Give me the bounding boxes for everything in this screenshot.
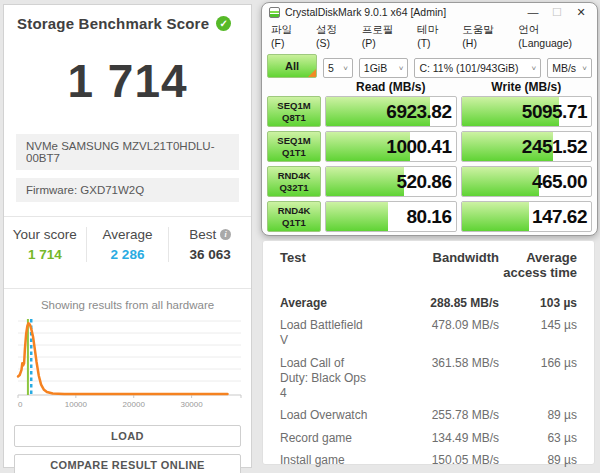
- best-label: Best i: [169, 227, 251, 242]
- test-size-select[interactable]: 1GiB ˅: [359, 58, 409, 78]
- seq1m-q8t1-button[interactable]: SEQ1MQ8T1: [267, 96, 321, 127]
- game-test-results-table: Test Bandwidth Average access time Avera…: [262, 240, 595, 465]
- rnd4k-q32t1-read-cell: 520.86: [325, 166, 457, 197]
- toolbar: All 5 ˅ 1GiB ˅ C: 11% (101/943GiB) ˅ MB/…: [262, 52, 597, 78]
- value-bar: [462, 202, 529, 231]
- menu-settings[interactable]: 설정(S): [316, 23, 349, 49]
- rnd4k-q32t1-write-cell: 465.00: [461, 166, 593, 197]
- your-score-value: 1 714: [4, 247, 86, 262]
- rnd4k-q32t1-button[interactable]: RND4KQ32T1: [267, 166, 321, 197]
- all-test-button[interactable]: All: [267, 54, 317, 78]
- chevron-down-icon: ˅: [578, 64, 587, 73]
- seq1m-q8t1-write-cell: 5095.71: [461, 96, 593, 127]
- load-button[interactable]: LOAD: [14, 425, 241, 447]
- svg-text:0: 0: [18, 400, 23, 409]
- crystaldiskmark-window: CrystalDiskMark 9.0.1 x64 [Admin] — ☐ ✕ …: [261, 2, 598, 236]
- rnd4k-q1t1-write-cell: 147.62: [461, 201, 593, 232]
- rnd4k-q1t1-button[interactable]: RND4KQ1T1: [267, 201, 321, 232]
- maximize-button[interactable]: ☐: [545, 6, 569, 19]
- read-header: Read (MB/s): [325, 80, 457, 94]
- menu-language[interactable]: 언어(Language): [518, 23, 588, 49]
- window-title: CrystalDiskMark 9.0.1 x64 [Admin]: [285, 6, 521, 18]
- crystaldiskmark-app-icon: [269, 7, 280, 18]
- value-bar: [326, 202, 388, 231]
- value-bar: [326, 167, 404, 196]
- chevron-down-icon: ˅: [395, 64, 404, 73]
- table-row: Load Overwatch 255.78 MB/s 89 µs: [280, 405, 577, 428]
- table-row: Load Call of Duty: Black Ops 4 361.58 MB…: [280, 352, 577, 405]
- svg-text:30000: 30000: [180, 400, 203, 409]
- table-row: Record game 134.49 MB/s 63 µs: [280, 427, 577, 450]
- seq1m-q1t1-read-cell: 1000.41: [325, 131, 457, 162]
- benchmark-title: Storage Benchmark Score: [17, 15, 209, 32]
- benchmark-score: 1 714: [4, 54, 251, 108]
- best-value: 36 063: [169, 247, 251, 262]
- unit-select[interactable]: MB/s ˅: [547, 58, 592, 78]
- table-row: Average 288.85 MB/s 103 µs: [280, 292, 577, 315]
- menu-profile[interactable]: 프로필(P): [362, 23, 404, 49]
- column-headers: Read (MB/s) Write (MB/s): [262, 78, 597, 95]
- your-score-stat: Your score 1 714: [4, 227, 86, 262]
- table-header-row: Test Bandwidth Average access time: [280, 250, 577, 292]
- title-bar[interactable]: CrystalDiskMark 9.0.1 x64 [Admin] — ☐ ✕: [262, 3, 597, 21]
- divider: [4, 288, 251, 289]
- target-drive-select[interactable]: C: 11% (101/943GiB) ˅: [414, 58, 541, 78]
- score-stats-row: Your score 1 714 Average 2 286 Best i 36…: [4, 217, 251, 274]
- menu-theme[interactable]: 테마(T): [417, 23, 449, 49]
- svg-text:10000: 10000: [65, 400, 88, 409]
- best-stat: Best i 36 063: [168, 227, 251, 262]
- results-histogram-chart: 0100002000030000: [7, 315, 249, 415]
- access-time-column-header: Average access time: [499, 250, 577, 292]
- table-row: Install game 150.05 MB/s 89 µs: [280, 450, 577, 473]
- chevron-down-icon: ˅: [339, 64, 348, 73]
- test-count-select[interactable]: 5 ˅: [323, 58, 353, 78]
- average-value: 2 286: [87, 247, 169, 262]
- chevron-down-icon: ˅: [527, 64, 536, 73]
- results-grid: SEQ1MQ8T1 6923.82 5095.71 SEQ1MQ1T1 1000…: [262, 96, 597, 232]
- svg-text:20000: 20000: [123, 400, 146, 409]
- menu-bar: 파일(F) 설정(S) 프로필(P) 테마(T) 도움말(H) 언어(Langu…: [262, 21, 597, 52]
- corner-marker: [308, 69, 316, 77]
- rnd4k-q1t1-read-cell: 80.16: [325, 201, 457, 232]
- chart-caption: Showing results from all hardware: [4, 299, 251, 311]
- seq1m-q1t1-button[interactable]: SEQ1MQ1T1: [267, 131, 321, 162]
- benchmark-buttons: LOAD COMPARE RESULT ONLINE RUN AGAIN: [4, 425, 251, 473]
- seq1m-q8t1-read-cell: 6923.82: [325, 96, 457, 127]
- table-row: Load Battlefield V 478.09 MB/s 145 µs: [280, 315, 577, 353]
- minimize-button[interactable]: —: [521, 6, 545, 18]
- close-button[interactable]: ✕: [569, 6, 593, 19]
- seq1m-q1t1-write-cell: 2451.52: [461, 131, 593, 162]
- firmware-version: Firmware: GXD71W2Q: [16, 178, 239, 202]
- drive-name: NVMe SAMSUNG MZVL21T0HDLU-00BT7: [16, 134, 239, 170]
- average-label: Average: [87, 227, 169, 242]
- compare-result-online-button[interactable]: COMPARE RESULT ONLINE: [14, 454, 241, 473]
- menu-file[interactable]: 파일(F): [271, 23, 303, 49]
- your-score-label: Your score: [4, 227, 86, 242]
- menu-help[interactable]: 도움말(H): [462, 23, 505, 49]
- bandwidth-column-header: Bandwidth: [387, 250, 499, 292]
- average-stat: Average 2 286: [86, 227, 169, 262]
- value-bar: [462, 167, 540, 196]
- storage-benchmark-panel: Storage Benchmark Score ✓ 1 714 NVMe SAM…: [3, 4, 252, 468]
- benchmark-header: Storage Benchmark Score ✓: [4, 5, 251, 32]
- verified-check-icon: ✓: [216, 16, 231, 31]
- test-column-header: Test: [280, 250, 387, 292]
- write-header: Write (MB/s): [461, 80, 593, 94]
- info-icon[interactable]: i: [220, 229, 231, 240]
